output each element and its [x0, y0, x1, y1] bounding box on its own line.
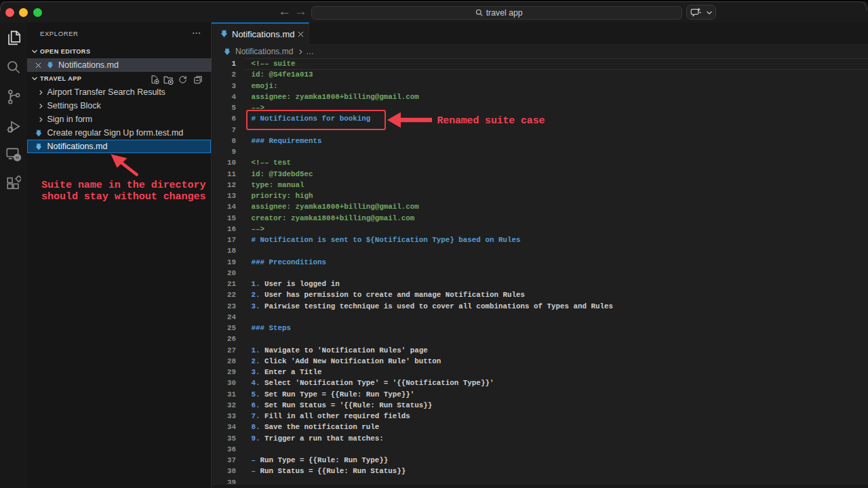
svg-text:›‹: ›‹: [16, 155, 20, 161]
